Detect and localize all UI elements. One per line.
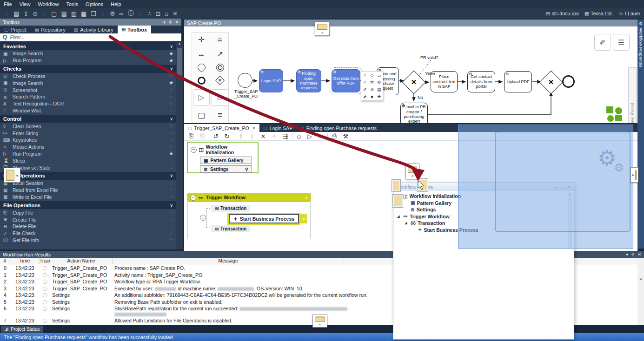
favorite-star-icon[interactable]: ☆ bbox=[169, 94, 173, 100]
scroll-up-icon[interactable]: ▲ bbox=[176, 41, 183, 47]
column-header-trace[interactable]: Trace bbox=[40, 258, 50, 264]
transaction-chip[interactable]: 66Transaction bbox=[211, 225, 250, 232]
favorite-star-icon[interactable]: ★ bbox=[169, 80, 173, 86]
toolbox-item[interactable]: ⎘Copy File☆ bbox=[0, 209, 176, 216]
toolbox-tab-project[interactable]: ▢Project bbox=[0, 26, 31, 33]
settings-icon[interactable]: ⚙ bbox=[110, 10, 115, 17]
settings-button[interactable]: ⚙Settings⚲ bbox=[200, 165, 252, 173]
favorite-star-icon[interactable]: ☆ bbox=[169, 210, 173, 216]
task-upload-pdf[interactable]: ⚙Upload PDF bbox=[504, 71, 532, 92]
menu-item-options[interactable]: Options bbox=[86, 1, 103, 7]
delete-icon[interactable]: ✕ bbox=[260, 133, 266, 140]
start-event[interactable] bbox=[238, 73, 252, 88]
toolbox-item[interactable]: ☑Check Process☆ bbox=[0, 73, 176, 80]
close-icon[interactable]: ✕ bbox=[637, 252, 641, 257]
toolbox-item[interactable]: ⌨Keystrokes☆ bbox=[0, 137, 176, 144]
transaction-chip[interactable]: 66Transaction bbox=[211, 205, 250, 212]
context-pad-icon[interactable]: ✐ bbox=[363, 87, 367, 92]
collapse-icon[interactable]: – bbox=[200, 215, 206, 221]
expander-icon[interactable]: ◢ bbox=[405, 221, 409, 225]
toolbox-item[interactable]: ▷Run Program★ bbox=[0, 151, 176, 157]
chevron-more-icon[interactable]: » bbox=[300, 214, 307, 223]
context-pad-icon[interactable]: ○ bbox=[364, 80, 366, 85]
flow-icon[interactable]: ∴ bbox=[147, 10, 151, 17]
favorite-star-icon[interactable]: ☆ bbox=[169, 107, 173, 113]
run-icon[interactable]: ▷ bbox=[307, 133, 312, 140]
move-up-icon[interactable]: ⇧ bbox=[239, 133, 244, 140]
new-window-icon[interactable]: ✳ bbox=[173, 10, 178, 17]
wrench-icon[interactable]: ⚒ bbox=[343, 133, 348, 140]
print-icon[interactable]: ⎙ bbox=[332, 132, 337, 140]
tab-properties-panel[interactable]: Properties Panel bbox=[628, 67, 637, 123]
collapse-icon[interactable]: – bbox=[191, 147, 197, 153]
paste-icon[interactable]: ⎗ bbox=[199, 132, 204, 140]
toolbox-item[interactable]: ▦Read from Excel File☆ bbox=[0, 187, 176, 194]
task-email-pr[interactable]: ⚙E-mail to PR creator / purchasing exper… bbox=[400, 103, 428, 123]
task-finding-open[interactable]: ⚙Finding open Purchase requests bbox=[296, 69, 321, 92]
redo-icon[interactable]: ↻ bbox=[225, 133, 230, 140]
toolbox-item[interactable]: ≣Search Pattern☆ bbox=[0, 93, 176, 100]
tab-workflow-properties[interactable]: ⚙ Workflow Properties bbox=[637, 20, 644, 249]
section-header-favorites[interactable]: Favorites∨ bbox=[0, 42, 176, 50]
column-header-message[interactable]: Message bbox=[113, 258, 344, 264]
favorite-star-icon[interactable]: ☆ bbox=[169, 216, 173, 223]
diagram-menu-button[interactable]: ☰ bbox=[613, 34, 630, 51]
toolbox-item[interactable]: ↦Enter String☆ bbox=[0, 130, 176, 137]
toolbox-item[interactable]: ▦Write to Excel File☆ bbox=[0, 194, 176, 201]
attach-icon[interactable]: ∞ bbox=[120, 10, 124, 17]
context-pad-icon[interactable]: ⊘ bbox=[370, 87, 374, 92]
editor-tab-login-sap[interactable]: ▢Login SAP bbox=[259, 124, 296, 132]
scrollbar-thumb[interactable] bbox=[177, 48, 182, 76]
section-header-control[interactable]: Control∨ bbox=[0, 115, 176, 123]
editor-tab-trigger_sap_create_po[interactable]: ▢Trigger_SAP_Create_PO✕ bbox=[184, 124, 259, 132]
context-pad-icon[interactable]: ▭ bbox=[377, 73, 381, 78]
favorite-star-icon[interactable]: ☆ bbox=[169, 87, 173, 93]
favorite-star-icon[interactable]: ★ bbox=[169, 58, 173, 64]
favorite-star-icon[interactable]: ☆ bbox=[169, 123, 173, 129]
context-pad-icon[interactable]: ▤ bbox=[377, 87, 381, 92]
column-header-action-name[interactable]: Action Name bbox=[50, 258, 113, 264]
user-indicator[interactable]: ☺LLauer bbox=[618, 11, 640, 16]
menu-item-help[interactable]: Help bbox=[111, 1, 121, 7]
task-login-sap[interactable]: ⚙Login SAP bbox=[259, 69, 283, 92]
toolbox-item[interactable]: ▦Excel Session☆ bbox=[0, 180, 176, 187]
toolbox-item[interactable]: ⊖Delete File☆ bbox=[0, 223, 176, 230]
toolbox-item[interactable]: ◊Clear Screen☆ bbox=[0, 123, 176, 130]
tab-project-status[interactable]: Project Status bbox=[1, 326, 43, 333]
chevron-down-icon[interactable]: ∨ bbox=[170, 203, 173, 208]
run-results-scrollbar[interactable]: ≡ bbox=[637, 258, 644, 325]
collapse-icon[interactable]: – bbox=[190, 195, 196, 201]
toolbox-item[interactable]: ✓File Check☆ bbox=[0, 230, 176, 237]
context-pad[interactable]: ○◇▭○⚒⚙✐⊘▤⬈■✚ bbox=[361, 71, 383, 101]
toolbox-item[interactable]: AText Recognition - OCR☆ bbox=[0, 100, 176, 107]
favorite-star-icon[interactable]: ☆ bbox=[169, 137, 173, 143]
favorite-star-icon[interactable]: ☆ bbox=[169, 223, 173, 230]
filter-input[interactable] bbox=[10, 34, 179, 40]
toolbox-item[interactable]: ▣Image Search★ bbox=[0, 79, 176, 86]
breakpoint-icon[interactable]: ◇ bbox=[297, 133, 301, 140]
toolbox-item[interactable]: ▣Image Search★ bbox=[0, 50, 176, 57]
verify-icon[interactable]: ⊙ bbox=[33, 10, 38, 17]
close-icon[interactable]: ✕ bbox=[175, 20, 179, 25]
context-pad-icon[interactable]: ✚ bbox=[378, 94, 381, 99]
toolbox-item[interactable]: ⊕Create File☆ bbox=[0, 216, 176, 223]
favorite-star-icon[interactable]: ☆ bbox=[169, 180, 173, 186]
toolbox-scrollbar[interactable]: ▲ bbox=[176, 41, 183, 249]
bpmn-canvas[interactable]: ✛ ⌗ ↔ ↗ ✕ ▷ ▱ ▢ ≡ bbox=[184, 26, 637, 123]
end-event[interactable] bbox=[562, 75, 575, 88]
favorite-star-icon[interactable]: ☆ bbox=[169, 230, 173, 236]
start-business-process-item[interactable]: ✦Start Business Process » bbox=[229, 214, 307, 223]
favorite-star-icon[interactable]: ☆ bbox=[169, 164, 173, 170]
favorite-star-icon[interactable]: ☆ bbox=[169, 130, 173, 136]
theme-brush-button[interactable]: ✐ bbox=[594, 34, 611, 51]
toolbox-tab-toolbox[interactable]: ⊞Toolbox bbox=[118, 26, 151, 33]
repository-icon[interactable]: ▤ bbox=[61, 10, 66, 17]
wand-icon[interactable]: ✧ bbox=[272, 133, 277, 140]
trigger-workflow-block[interactable]: – ≔ Trigger Workflow » – 66Transaction ✦… bbox=[187, 193, 311, 239]
toolbox-item[interactable]: ↖Mouse Actions☆ bbox=[0, 144, 176, 151]
pin-icon[interactable]: ⚲ bbox=[631, 252, 635, 257]
context-pad-icon[interactable]: ○ bbox=[364, 73, 366, 78]
move-down-icon[interactable]: ⇩ bbox=[250, 133, 255, 140]
chevron-down-icon[interactable]: ∨ bbox=[170, 44, 173, 49]
column-header-time[interactable]: Time bbox=[10, 258, 40, 264]
